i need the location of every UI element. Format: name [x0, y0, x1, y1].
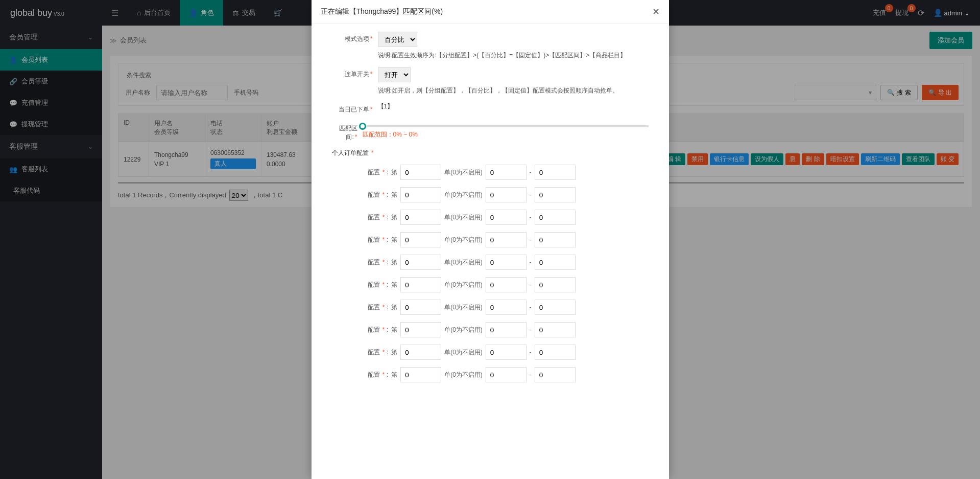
cfg-input-order-6[interactable] — [400, 300, 441, 315]
cfg-input-max-5[interactable] — [535, 277, 576, 292]
cfg-input-min-2[interactable] — [486, 210, 527, 225]
modal-title: 正在编辑【Thongcha99】匹配区间(%) — [321, 7, 443, 16]
cfg-input-max-3[interactable] — [535, 232, 576, 247]
cfg-input-order-1[interactable] — [400, 187, 441, 202]
cfg-input-order-0[interactable] — [400, 165, 441, 180]
cfg-input-max-1[interactable] — [535, 187, 576, 202]
cfg-input-min-1[interactable] — [486, 187, 527, 202]
cfg-input-max-2[interactable] — [535, 210, 576, 225]
range-label: 匹配区间:* — [332, 121, 363, 142]
personal-config-title: 个人订单配置 * — [332, 149, 649, 157]
cfg-row-6: 配置 * :第单(0为不启用)- — [368, 300, 649, 315]
cfg-input-order-3[interactable] — [400, 232, 441, 247]
cfg-row-9: 配置 * :第单(0为不启用)- — [368, 367, 649, 382]
cfg-input-order-9[interactable] — [400, 367, 441, 382]
cfg-input-max-4[interactable] — [535, 255, 576, 270]
cfg-input-max-0[interactable] — [535, 165, 576, 180]
today-label: 当日已下单* — [332, 102, 378, 114]
cfg-input-min-9[interactable] — [486, 367, 527, 382]
cfg-input-max-7[interactable] — [535, 322, 576, 337]
cfg-row-4: 配置 * :第单(0为不启用)- — [368, 255, 649, 270]
mode-select[interactable]: 百分比 — [378, 32, 417, 47]
modal: 正在编辑【Thongcha99】匹配区间(%) ✕ 模式选项* 百分比 说明:配… — [312, 0, 669, 479]
cfg-row-5: 配置 * :第单(0为不启用)- — [368, 277, 649, 292]
cfg-input-min-8[interactable] — [486, 345, 527, 360]
range-slider[interactable] — [363, 125, 649, 127]
cfg-input-order-2[interactable] — [400, 210, 441, 225]
cfg-input-min-0[interactable] — [486, 165, 527, 180]
today-value: 【1】 — [378, 102, 394, 111]
mode-note: 说明:配置生效顺序为:【分组配置】>(【百分比】=【固定值】)>【匹配区间】>【… — [378, 51, 627, 60]
range-text: 匹配范围：0% ~ 0% — [363, 130, 649, 139]
slider-handle[interactable] — [359, 123, 366, 130]
cfg-row-7: 配置 * :第单(0为不启用)- — [368, 322, 649, 337]
serial-select[interactable]: 打开 — [378, 67, 411, 82]
cfg-row-8: 配置 * :第单(0为不启用)- — [368, 345, 649, 360]
cfg-input-min-3[interactable] — [486, 232, 527, 247]
close-icon[interactable]: ✕ — [652, 6, 660, 17]
cfg-row-1: 配置 * :第单(0为不启用)- — [368, 187, 649, 202]
cfg-input-order-4[interactable] — [400, 255, 441, 270]
cfg-input-min-6[interactable] — [486, 300, 527, 315]
cfg-input-max-9[interactable] — [535, 367, 576, 382]
cfg-row-2: 配置 * :第单(0为不启用)- — [368, 210, 649, 225]
cfg-input-max-6[interactable] — [535, 300, 576, 315]
cfg-input-order-7[interactable] — [400, 322, 441, 337]
cfg-input-min-4[interactable] — [486, 255, 527, 270]
cfg-input-order-5[interactable] — [400, 277, 441, 292]
cfg-row-0: 配置 * :第单(0为不启用)- — [368, 165, 649, 180]
cfg-input-max-8[interactable] — [535, 345, 576, 360]
cfg-input-min-7[interactable] — [486, 322, 527, 337]
cfg-input-order-8[interactable] — [400, 345, 441, 360]
cfg-input-min-5[interactable] — [486, 277, 527, 292]
serial-label: 连单开关* — [332, 67, 378, 79]
mode-label: 模式选项* — [332, 32, 378, 43]
serial-note: 说明:如开启，则【分组配置】，【百分比】，【固定值】配置模式会按照顺序自动抢单。 — [378, 86, 618, 95]
cfg-row-3: 配置 * :第单(0为不启用)- — [368, 232, 649, 247]
